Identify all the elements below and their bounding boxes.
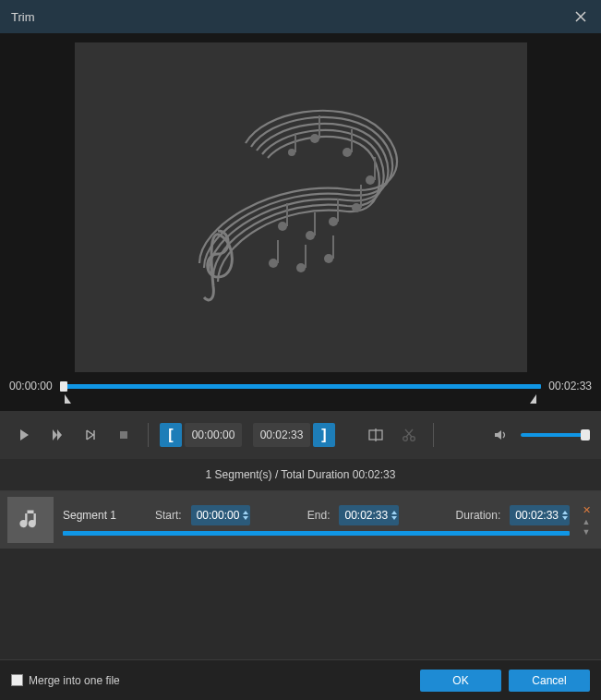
start-label: Start:: [155, 509, 182, 522]
remove-segment-button[interactable]: ✕: [583, 504, 591, 516]
playback-current-time: 00:00:00: [9, 380, 53, 392]
start-up[interactable]: [243, 511, 248, 514]
duration-value: 00:02:33: [515, 509, 559, 522]
split-icon: [368, 428, 383, 442]
svg-rect-22: [120, 431, 127, 439]
trim-marker-start[interactable]: [65, 394, 71, 404]
trim-end-time[interactable]: 00:02:33: [253, 423, 310, 447]
svg-rect-21: [294, 134, 296, 152]
trim-marker-row: [0, 394, 601, 411]
end-up[interactable]: [391, 511, 397, 514]
svg-point-4: [329, 217, 338, 226]
split-button[interactable]: [363, 422, 389, 448]
speaker-icon: [493, 428, 508, 442]
playback-timeline-row: 00:00:00 00:02:33: [0, 372, 601, 394]
merge-label: Merge into one file: [29, 674, 120, 687]
move-down-button[interactable]: ▼: [583, 528, 591, 537]
svg-point-12: [310, 134, 319, 143]
playback-slider[interactable]: [60, 384, 542, 389]
svg-point-20: [288, 149, 295, 156]
playback-thumb[interactable]: [60, 381, 67, 392]
volume-group: [487, 422, 590, 448]
close-button[interactable]: [571, 7, 590, 26]
bracket-left-icon: [: [168, 427, 173, 443]
start-down[interactable]: [243, 516, 248, 520]
segments-empty-area: [0, 549, 601, 659]
bracket-right-icon: ]: [321, 427, 326, 443]
cancel-button[interactable]: Cancel: [509, 670, 590, 692]
end-spinner[interactable]: 00:02:33: [339, 505, 399, 525]
divider: [433, 423, 434, 447]
svg-rect-1: [286, 203, 288, 226]
segments-summary: 1 Segment(s) / Total Duration 00:02:33: [0, 459, 601, 491]
end-label: End:: [307, 509, 331, 522]
svg-rect-19: [332, 235, 334, 259]
preview-canvas: [75, 42, 527, 372]
svg-point-6: [352, 203, 361, 212]
svg-rect-7: [360, 185, 362, 208]
music-note-icon: [18, 507, 43, 533]
mute-button[interactable]: [487, 422, 513, 448]
divider: [148, 423, 149, 447]
step-button[interactable]: [78, 422, 103, 448]
svg-point-25: [403, 437, 408, 441]
svg-rect-5: [337, 199, 339, 222]
svg-point-14: [269, 259, 278, 268]
trim-marker-end[interactable]: [530, 394, 536, 404]
start-value: 00:00:00: [197, 509, 240, 522]
music-artwork-icon: [162, 88, 439, 328]
move-up-button[interactable]: ▲: [583, 518, 591, 526]
start-spinner[interactable]: 00:00:00: [191, 505, 251, 525]
cut-button[interactable]: [396, 422, 422, 448]
segment-row[interactable]: Segment 1 Start: 00:00:00 End: 00:02:33 …: [0, 491, 601, 549]
svg-rect-17: [305, 245, 307, 268]
volume-slider[interactable]: [521, 433, 590, 437]
volume-thumb[interactable]: [581, 429, 590, 441]
set-start-button[interactable]: [: [160, 423, 182, 447]
duration-spinner[interactable]: 00:02:33: [510, 505, 570, 525]
svg-point-10: [343, 148, 352, 157]
svg-rect-11: [351, 129, 353, 152]
segment-name: Segment 1: [63, 509, 146, 522]
titlebar: Trim: [0, 0, 601, 33]
svg-rect-13: [319, 115, 320, 139]
trim-start-time[interactable]: 00:00:00: [185, 423, 242, 447]
preview-area: 00:00:00 00:02:33: [0, 33, 601, 411]
play-button[interactable]: [11, 422, 37, 448]
svg-point-16: [296, 263, 306, 272]
ok-button[interactable]: OK: [420, 670, 501, 692]
play-icon: [17, 428, 31, 442]
svg-rect-9: [374, 157, 376, 180]
set-end-button[interactable]: ]: [313, 423, 335, 447]
svg-point-0: [278, 222, 287, 231]
segment-side-controls: ✕ ▲ ▼: [579, 504, 594, 537]
stop-button[interactable]: [111, 422, 137, 448]
duration-label: Duration:: [456, 509, 501, 522]
trim-range-group: [ 00:00:00 00:02:33 ]: [160, 423, 335, 447]
scissors-icon: [402, 428, 416, 442]
playback-total-time: 00:02:33: [548, 380, 592, 392]
segment-top-row: Segment 1 Start: 00:00:00 End: 00:02:33 …: [63, 505, 570, 525]
duration-up[interactable]: [562, 511, 568, 514]
window-title: Trim: [11, 10, 35, 24]
segment-thumbnail: [7, 497, 54, 543]
footer-bar: Merge into one file OK Cancel: [0, 659, 601, 700]
svg-point-18: [324, 254, 333, 263]
close-icon: [575, 11, 586, 22]
controls-bar: [ 00:00:00 00:02:33 ]: [0, 411, 601, 459]
stop-icon: [116, 428, 131, 442]
segment-progress-bar[interactable]: [63, 531, 570, 536]
svg-point-26: [411, 437, 415, 441]
end-value: 00:02:33: [344, 509, 388, 522]
merge-checkbox[interactable]: [11, 674, 23, 686]
svg-rect-3: [314, 212, 316, 235]
svg-point-2: [306, 231, 315, 240]
next-frame-icon: [50, 428, 65, 442]
svg-point-8: [366, 175, 375, 185]
svg-rect-15: [277, 240, 279, 263]
segment-fields: Segment 1 Start: 00:00:00 End: 00:02:33 …: [63, 505, 570, 536]
next-frame-button[interactable]: [44, 422, 70, 448]
duration-down[interactable]: [562, 516, 568, 520]
step-icon: [83, 428, 98, 442]
end-down[interactable]: [391, 516, 397, 520]
